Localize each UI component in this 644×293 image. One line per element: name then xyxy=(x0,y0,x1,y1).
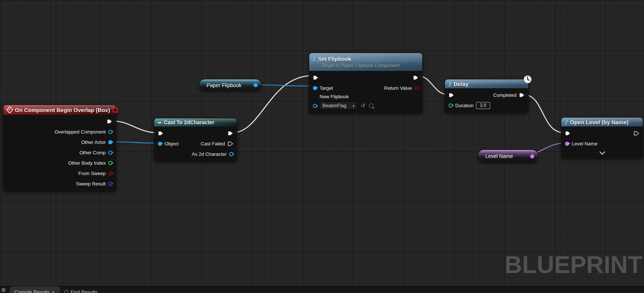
function-icon: ƒ xyxy=(449,81,451,87)
layout-grid-icon: ⊞ xyxy=(1,287,6,293)
node-cast-to-2dcharacter[interactable]: ▸▸ Cast To 2dCharacter Object Cast Faile… xyxy=(154,118,237,162)
pin-other-comp[interactable] xyxy=(108,151,112,155)
flipbook-asset-dropdown[interactable]: BeatenFlag ▾ xyxy=(320,102,357,110)
search-icon xyxy=(65,290,68,293)
pin-label: From Sweep xyxy=(78,171,106,176)
node-header[interactable]: ƒ Set Flipbook Target is Paper Flipbook … xyxy=(309,53,422,71)
tab-label: Compile Results xyxy=(14,289,50,293)
node-set-flipbook[interactable]: ƒ Set Flipbook Target is Paper Flipbook … xyxy=(309,53,423,113)
variable-label: Level Name xyxy=(485,153,513,159)
pin-label: Other Actor xyxy=(81,139,106,145)
pin-object[interactable] xyxy=(158,142,162,146)
pin-label: Cast Failed xyxy=(201,141,225,146)
pin-label: Other Comp xyxy=(79,150,106,155)
node-header[interactable]: On Component Begin Overlap (Box) xyxy=(3,105,116,115)
latent-clock-icon xyxy=(523,75,532,84)
node-title: On Component Begin Overlap (Box) xyxy=(15,107,110,113)
pin-other-body-index[interactable] xyxy=(108,161,112,165)
function-icon: ƒ xyxy=(313,56,315,62)
tab-label: Find Results xyxy=(71,289,98,293)
chevron-down-icon: ▾ xyxy=(353,104,354,108)
pin-new-flipbook[interactable] xyxy=(313,104,317,108)
variable-label: Paper Flipbook xyxy=(207,82,241,88)
blueprint-graph-canvas[interactable]: { "watermark": { "text": "BLUEPRINT" }, … xyxy=(0,0,644,293)
pin-label: Other Body Index xyxy=(68,160,106,166)
variable-node-paper-flipbook[interactable]: Paper Flipbook xyxy=(199,79,262,91)
pin-label: Level Name xyxy=(572,141,597,146)
blueprint-watermark: BLUEPRINT xyxy=(505,251,643,279)
pin-level-name-output[interactable] xyxy=(530,154,534,158)
node-title: Delay xyxy=(453,81,468,87)
pin-overlapped-component[interactable] xyxy=(108,130,112,134)
flipbook-asset-value: BeatenFlag xyxy=(323,103,346,108)
pin-as-2d-character[interactable] xyxy=(229,152,233,156)
node-title: Cast To 2dCharacter xyxy=(164,119,214,125)
pin-duration[interactable] xyxy=(449,103,453,108)
pin-label: Sweep Result xyxy=(76,181,106,187)
exec-input-pin[interactable] xyxy=(449,93,454,98)
pin-other-actor[interactable] xyxy=(108,140,112,144)
bottom-tab-bar: ⊞ Compile Results ▾ Find Results xyxy=(0,286,644,293)
chevron-down-icon: ▾ xyxy=(52,290,54,293)
wire-exec-delay-to-openlevel xyxy=(524,95,564,133)
exec-input-pin[interactable] xyxy=(158,131,164,136)
pin-from-sweep[interactable] xyxy=(108,171,112,175)
event-diamond-icon xyxy=(6,106,13,113)
cast-arrows-icon: ▸▸ xyxy=(158,120,161,125)
pin-label: Return Value xyxy=(384,85,412,91)
node-header[interactable]: ƒ Open Level (by Name) xyxy=(561,118,643,126)
pin-target[interactable] xyxy=(313,86,317,90)
pin-label: New Flipbook xyxy=(320,93,419,101)
exec-input-pin[interactable] xyxy=(565,131,571,136)
event-box-icon xyxy=(113,108,118,112)
exec-completed-pin[interactable] xyxy=(519,93,525,98)
node-on-component-begin-overlap[interactable]: On Component Begin Overlap (Box) Overlap… xyxy=(3,105,116,191)
tab-find-results[interactable]: Find Results xyxy=(60,286,103,293)
node-header[interactable]: ▸▸ Cast To 2dCharacter xyxy=(154,118,237,126)
node-delay[interactable]: ƒ Delay Completed Duration 2.0 xyxy=(445,79,529,113)
node-subtitle: Target is Paper Flipbook Component xyxy=(321,63,419,69)
wire-other-actor-to-object xyxy=(112,142,158,143)
browse-asset-icon[interactable] xyxy=(369,103,373,108)
node-title: Set Flipbook xyxy=(318,56,351,62)
pin-label: Overlapped Component xyxy=(55,129,106,135)
exec-output-pin[interactable] xyxy=(107,119,112,124)
pin-level-name[interactable] xyxy=(565,142,569,146)
variable-node-level-name[interactable]: Level Name xyxy=(478,149,538,163)
exec-output-pin[interactable] xyxy=(228,131,233,136)
pin-sweep-result[interactable] xyxy=(108,182,112,186)
expand-node-chevron-icon[interactable] xyxy=(599,149,605,155)
pin-label: Object xyxy=(165,141,179,146)
exec-output-pin[interactable] xyxy=(634,131,639,136)
function-icon: ƒ xyxy=(565,119,567,125)
pin-label: Completed xyxy=(493,92,516,98)
pin-paper-flipbook-output[interactable] xyxy=(254,83,258,87)
node-open-level-by-name[interactable]: ƒ Open Level (by Name) Level Name xyxy=(561,117,643,159)
exec-input-pin[interactable] xyxy=(313,75,318,80)
pin-return-value[interactable] xyxy=(415,86,419,90)
pin-label: Duration xyxy=(455,103,473,108)
pin-label: Target xyxy=(320,85,333,91)
wire-exec-event-to-cast xyxy=(112,121,158,133)
duration-input[interactable]: 2.0 xyxy=(476,102,490,109)
node-header[interactable]: ƒ Delay xyxy=(445,79,528,88)
use-selected-asset-icon[interactable]: ↺ xyxy=(361,103,366,109)
exec-output-pin[interactable] xyxy=(413,75,419,80)
tab-compile-results[interactable]: Compile Results ▾ xyxy=(10,286,60,293)
pin-label: As 2d Character xyxy=(192,151,227,157)
node-title: Open Level (by Name) xyxy=(570,119,628,125)
exec-cast-failed-pin[interactable] xyxy=(228,141,233,146)
